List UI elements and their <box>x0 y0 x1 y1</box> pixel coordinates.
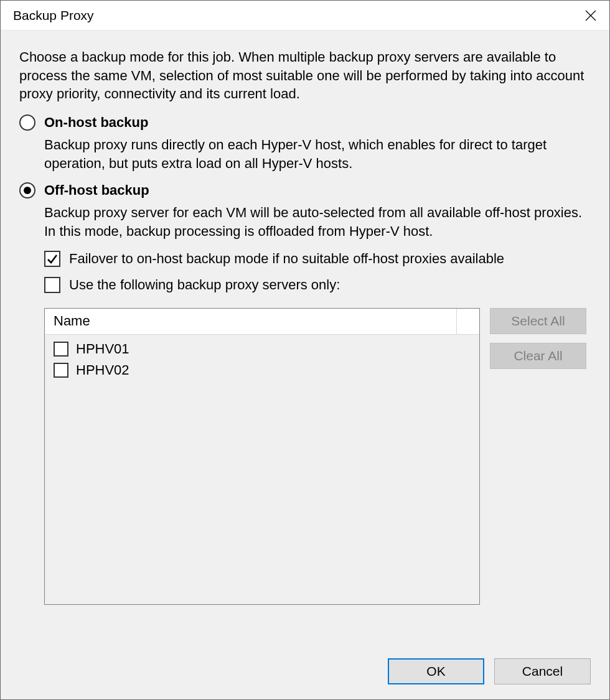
radio-selected-dot-icon <box>24 187 31 194</box>
failover-checkbox-row[interactable]: Failover to on-host backup mode if no su… <box>44 251 591 267</box>
offhost-radio-label: Off-host backup <box>44 182 149 198</box>
ok-button[interactable]: OK <box>388 658 484 684</box>
onhost-description: Backup proxy runs directly on each Hyper… <box>44 136 591 172</box>
clear-all-button: Clear All <box>490 343 586 369</box>
cancel-button[interactable]: Cancel <box>494 658 591 684</box>
proxy-item-checkbox[interactable] <box>54 342 68 357</box>
proxy-list-header-name[interactable]: Name <box>45 309 457 334</box>
proxy-list-header-spacer <box>457 309 479 334</box>
close-button[interactable] <box>572 1 609 30</box>
proxy-list-header: Name <box>45 309 479 335</box>
onhost-radio-label: On-host backup <box>44 114 148 131</box>
proxy-list-section: Name HPHV01 HPHV02 Select All Clear Al <box>44 308 591 605</box>
backup-proxy-dialog: Backup Proxy Choose a backup mode for th… <box>0 0 610 700</box>
list-item[interactable]: HPHV02 <box>45 360 479 381</box>
close-icon <box>585 10 596 21</box>
checkmark-icon <box>47 253 58 264</box>
select-all-button: Select All <box>490 308 586 334</box>
offhost-radio-row[interactable]: Off-host backup <box>19 182 591 198</box>
failover-checkbox[interactable] <box>44 251 60 267</box>
proxy-list-box: Name HPHV01 HPHV02 <box>44 308 480 605</box>
titlebar: Backup Proxy <box>1 1 609 30</box>
offhost-radio[interactable] <box>19 182 35 198</box>
proxy-item-checkbox[interactable] <box>54 363 68 378</box>
dialog-description: Choose a backup mode for this job. When … <box>19 48 591 103</box>
list-item[interactable]: HPHV01 <box>45 338 479 360</box>
use-only-checkbox[interactable] <box>44 277 60 293</box>
dialog-footer: OK Cancel <box>1 646 609 699</box>
dialog-content: Choose a backup mode for this job. When … <box>1 30 609 646</box>
use-only-checkbox-row[interactable]: Use the following backup proxy servers o… <box>44 277 591 293</box>
onhost-radio[interactable] <box>19 114 35 131</box>
offhost-description: Backup proxy server for each VM will be … <box>44 203 591 240</box>
onhost-radio-row[interactable]: On-host backup <box>19 114 591 131</box>
use-only-checkbox-label: Use the following backup proxy servers o… <box>69 277 340 293</box>
proxy-item-label: HPHV01 <box>76 341 129 357</box>
failover-checkbox-label: Failover to on-host backup mode if no su… <box>69 251 504 267</box>
proxy-list-body: HPHV01 HPHV02 <box>45 335 479 604</box>
dialog-title: Backup Proxy <box>13 8 94 23</box>
proxy-side-buttons: Select All Clear All <box>490 308 586 605</box>
proxy-item-label: HPHV02 <box>76 362 129 378</box>
